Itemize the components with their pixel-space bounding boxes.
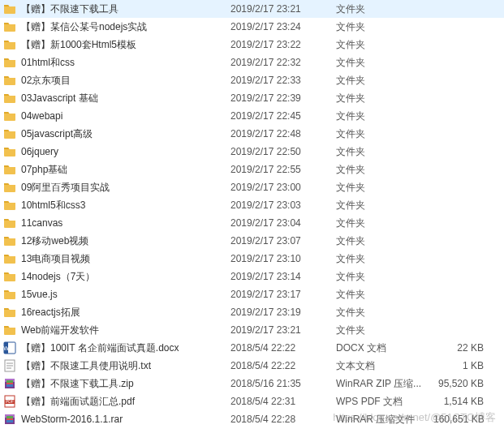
file-row[interactable]: 03Javascript 基础2019/2/17 22:39文件夹 — [0, 89, 504, 107]
file-type: 文件夹 — [336, 324, 433, 337]
file-name-cell: 16reactjs拓展 — [3, 306, 230, 319]
file-date: 2018/5/4 22:22 — [230, 360, 336, 371]
file-size: 1,514 KB — [433, 396, 490, 407]
file-name: 02京东项目 — [21, 74, 71, 88]
file-name-cell: 03Javascript 基础 — [3, 92, 230, 105]
file-type: 文本文档 — [336, 359, 433, 373]
file-name-cell: 11canvas — [3, 217, 230, 229]
file-date: 2019/2/17 22:45 — [230, 110, 336, 122]
file-name-cell: 15vue.js — [3, 288, 230, 301]
file-type: 文件夹 — [336, 56, 433, 70]
file-row[interactable]: 13电商项目视频2019/2/17 23:10文件夹 — [0, 250, 504, 268]
file-row[interactable]: 09阿里百秀项目实战2019/2/17 23:00文件夹 — [0, 178, 504, 196]
folder-icon — [3, 217, 16, 229]
file-name-cell: 【赠】新1000套Html5模板 — [3, 38, 230, 52]
file-row[interactable]: WebStorm-2016.1.1.rar2018/5/4 22:28WinRA… — [0, 410, 504, 428]
file-name: 12移动web视频 — [21, 234, 88, 248]
file-name: WebStorm-2016.1.1.rar — [21, 414, 123, 425]
svg-rect-11 — [6, 384, 13, 387]
rar-icon — [3, 413, 16, 426]
file-row[interactable]: 01html和css2019/2/17 22:32文件夹 — [0, 54, 504, 71]
file-row[interactable]: 【赠】某信公某号nodejs实战2019/2/17 23:24文件夹 — [0, 18, 504, 36]
file-name-cell: 14nodejs（7天） — [3, 270, 230, 284]
file-date: 2018/5/4 22:28 — [230, 414, 336, 425]
file-name: 【赠】100IT 名企前端面试真题.docx — [21, 341, 179, 355]
file-name-cell: Web前端开发软件 — [3, 324, 230, 337]
file-date: 2019/2/17 23:03 — [230, 199, 336, 211]
file-name-cell: 【赠】不限速下载工具.zip — [3, 377, 230, 391]
file-row[interactable]: 【赠】新1000套Html5模板2019/2/17 23:22文件夹 — [0, 36, 504, 54]
file-date: 2019/2/17 23:14 — [230, 271, 336, 282]
file-row[interactable]: 16reactjs拓展2019/2/17 23:19文件夹 — [0, 303, 504, 321]
file-type: 文件夹 — [336, 92, 433, 105]
file-name-cell: 【赠】某信公某号nodejs实战 — [3, 20, 230, 34]
file-type: 文件夹 — [336, 234, 433, 248]
file-date: 2019/2/17 23:22 — [230, 39, 336, 50]
file-row[interactable]: 【赠】不限速下载工具.zip2018/5/16 21:35WinRAR ZIP … — [0, 375, 504, 392]
file-type: WinRAR 压缩文件 — [336, 413, 433, 427]
file-name: Web前端开发软件 — [21, 324, 99, 337]
file-name-cell: 04webapi — [3, 109, 230, 122]
file-date: 2019/2/17 23:10 — [230, 253, 336, 264]
file-date: 2019/2/17 22:55 — [230, 164, 336, 175]
svg-rect-18 — [6, 416, 13, 418]
file-name: 11canvas — [21, 217, 62, 229]
folder-icon — [3, 234, 16, 247]
folder-icon — [3, 109, 16, 122]
file-type: WPS PDF 文档 — [336, 395, 433, 409]
file-type: 文件夹 — [336, 217, 433, 230]
file-row[interactable]: W【赠】100IT 名企前端面试真题.docx2018/5/4 22:22DOC… — [0, 339, 504, 357]
file-name-cell: 12移动web视频 — [3, 234, 230, 248]
file-row[interactable]: 07php基础2019/2/17 22:55文件夹 — [0, 161, 504, 178]
rar-icon — [3, 377, 16, 390]
file-date: 2019/2/17 23:21 — [230, 3, 336, 15]
file-date: 2019/2/17 23:07 — [230, 235, 336, 247]
file-name: 13电商项目视频 — [21, 252, 90, 266]
file-row[interactable]: 06jquery2019/2/17 22:50文件夹 — [0, 143, 504, 161]
folder-icon — [3, 38, 16, 51]
file-name: 10html5和css3 — [21, 199, 85, 212]
docx-icon: W — [3, 341, 16, 354]
folder-icon — [3, 127, 16, 140]
folder-icon — [3, 181, 16, 194]
file-row[interactable]: 05javascript高级2019/2/17 22:48文件夹 — [0, 125, 504, 143]
folder-icon — [3, 306, 16, 319]
file-row[interactable]: 10html5和css32019/2/17 23:03文件夹 — [0, 196, 504, 214]
folder-icon — [3, 74, 16, 87]
file-name-cell: 06jquery — [3, 145, 230, 158]
file-size: 1 KB — [433, 360, 490, 371]
file-type: WinRAR ZIP 压缩... — [336, 377, 433, 391]
folder-icon — [3, 288, 16, 301]
file-name: 【赠】新1000套Html5模板 — [21, 38, 136, 52]
file-list: 【赠】不限速下载工具2019/2/17 23:21文件夹【赠】某信公某号node… — [0, 0, 504, 428]
file-row[interactable]: 15vue.js2019/2/17 23:17文件夹 — [0, 285, 504, 303]
folder-icon — [3, 56, 16, 69]
folder-icon — [3, 163, 16, 176]
file-type: 文件夹 — [336, 109, 433, 123]
file-name: 03Javascript 基础 — [21, 92, 98, 105]
file-date: 2019/2/17 23:17 — [230, 289, 336, 300]
file-row[interactable]: 12移动web视频2019/2/17 23:07文件夹 — [0, 232, 504, 250]
file-type: 文件夹 — [336, 181, 433, 195]
txt-icon — [3, 359, 16, 372]
file-name: 14nodejs（7天） — [21, 270, 95, 284]
file-date: 2019/2/17 23:00 — [230, 182, 336, 193]
file-row[interactable]: PDF【赠】前端面试题汇总.pdf2018/5/4 22:31WPS PDF 文… — [0, 392, 504, 410]
file-type: 文件夹 — [336, 252, 433, 266]
file-name: 【赠】不限速下载工具 — [21, 2, 118, 16]
svg-rect-19 — [6, 420, 13, 422]
file-row[interactable]: 【赠】不限速工具使用说明.txt2018/5/4 22:22文本文档1 KB — [0, 357, 504, 375]
file-date: 2019/2/17 23:24 — [230, 21, 336, 32]
file-name-cell: 13电商项目视频 — [3, 252, 230, 266]
folder-icon — [3, 92, 16, 105]
file-row[interactable]: 04webapi2019/2/17 22:45文件夹 — [0, 107, 504, 125]
file-type: 文件夹 — [336, 288, 433, 302]
file-row[interactable]: 02京东项目2019/2/17 22:33文件夹 — [0, 71, 504, 89]
file-row[interactable]: 14nodejs（7天）2019/2/17 23:14文件夹 — [0, 268, 504, 285]
file-row[interactable]: 11canvas2019/2/17 23:04文件夹 — [0, 214, 504, 232]
file-name-cell: 05javascript高级 — [3, 127, 230, 141]
file-row[interactable]: 【赠】不限速下载工具2019/2/17 23:21文件夹 — [0, 0, 504, 18]
file-type: 文件夹 — [336, 20, 433, 34]
file-row[interactable]: Web前端开发软件2019/2/17 23:21文件夹 — [0, 321, 504, 339]
file-name-cell: 02京东项目 — [3, 74, 230, 88]
